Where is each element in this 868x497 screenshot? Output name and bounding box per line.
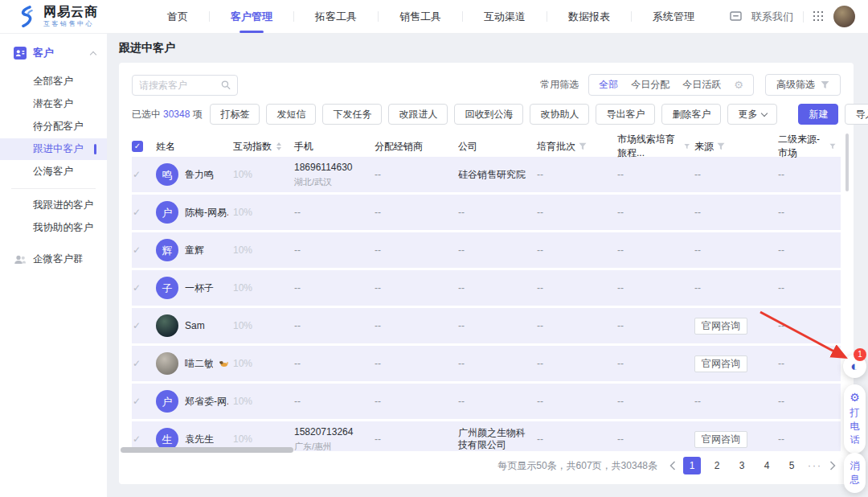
sidebar-item[interactable]: 公海客户	[0, 161, 107, 183]
sidebar-item-wework-groups[interactable]: 企微客户群	[0, 240, 107, 266]
column-label: 培育批次	[537, 140, 575, 154]
crm-app: { "theme": { "accent": "#5b5fe8", "badge…	[0, 0, 868, 497]
page-number-2[interactable]: 2	[708, 457, 726, 474]
chat-icon[interactable]	[730, 11, 742, 23]
journey-cell: --	[617, 282, 694, 294]
row-checkbox[interactable]: ✓	[132, 320, 141, 331]
toolbar-action-button[interactable]: 改协助人	[530, 104, 589, 125]
row-checkbox[interactable]: ✓	[132, 358, 141, 369]
contact-us-link[interactable]: 联系我们	[751, 10, 793, 24]
table-row[interactable]: ✓户郑省委-网...10%--------------	[132, 384, 841, 419]
company-cell: --	[458, 282, 537, 294]
toolbar-action-button[interactable]: 发短信	[266, 104, 316, 125]
column-header: 培育批次	[537, 140, 617, 154]
sidebar-item[interactable]: 跟进中客户	[0, 138, 107, 160]
column-header: 市场线索培育旅程...	[617, 133, 694, 160]
toolbar-action-button[interactable]: 删除客户	[661, 104, 721, 125]
toolbar-action-button[interactable]: 下发任务	[322, 104, 382, 125]
advanced-filter-button[interactable]: 高级筛选	[765, 74, 841, 96]
journey-cell: --	[617, 358, 694, 370]
nav-item-4[interactable]: 销售工具	[379, 0, 462, 33]
customer-name[interactable]: 陈梅-网易...	[185, 207, 228, 219]
horizontal-scrollbar[interactable]	[121, 447, 293, 453]
source-tag: 官网咨询	[694, 431, 747, 448]
table-body: ✓鸣鲁力鸣10%18696114630湖北/武汉--硅谷销售研究院-------…	[132, 157, 841, 451]
filter-funnel-icon[interactable]	[829, 142, 836, 150]
table-header: ✓姓名互动指数手机分配经销商公司培育批次市场线索培育旅程...来源二级来源-市场	[132, 133, 841, 157]
customer-name[interactable]: 一杯子	[185, 282, 214, 294]
vertical-scrollbar[interactable]	[845, 133, 849, 191]
row-checkbox[interactable]: ✓	[132, 244, 141, 256]
journey-cell: --	[617, 169, 694, 181]
row-checkbox[interactable]: ✓	[132, 207, 141, 218]
call-settings-icon: ⚙	[850, 391, 860, 404]
sidebar-group-customers[interactable]: 客户	[0, 34, 107, 70]
source-cell: --	[694, 207, 778, 219]
more-button[interactable]: 更多	[727, 104, 777, 125]
customer-name[interactable]: Sam	[185, 320, 205, 332]
sort-icon[interactable]	[276, 142, 281, 150]
more-label: 更多	[738, 108, 757, 121]
row-checkbox[interactable]: ✓	[132, 169, 141, 180]
more-pages-button[interactable]: ···	[808, 460, 822, 471]
customer-name[interactable]: 鲁力鸣	[185, 169, 214, 181]
toolbar-action-button[interactable]: 改跟进人	[388, 104, 448, 125]
toolbar-action-button[interactable]: 打标签	[210, 104, 260, 125]
select-all-checkbox[interactable]: ✓	[132, 141, 143, 152]
nav-item-6[interactable]: 数据报表	[547, 0, 631, 33]
search-input[interactable]	[139, 80, 221, 91]
quick-filter[interactable]: 今日分配	[631, 78, 669, 92]
page-number-3[interactable]: 3	[733, 457, 751, 474]
contrast-icon: ◐	[850, 359, 858, 373]
apps-grid-icon[interactable]	[813, 11, 824, 22]
nav-item-1[interactable]: 首页	[146, 0, 209, 33]
messages-button[interactable]: 消息	[844, 453, 866, 493]
search-icon[interactable]	[221, 80, 231, 90]
row-checkbox[interactable]: ✓	[132, 396, 141, 407]
toolbar-action-button[interactable]: 导出客户	[596, 104, 655, 125]
table-row[interactable]: ✓喵二敏爷10%----------官网咨询--	[132, 346, 841, 381]
filter-funnel-icon[interactable]	[684, 142, 690, 150]
row-checkbox[interactable]: ✓	[132, 433, 141, 445]
customer-name[interactable]: 郑省委-网...	[185, 396, 228, 408]
sidebar-item[interactable]: 潜在客户	[0, 93, 107, 115]
sidebar-item[interactable]: 我协助的客户	[0, 217, 107, 239]
quick-filter-settings-icon[interactable]: ⚙	[734, 79, 743, 91]
page-number-1[interactable]: 1	[683, 457, 701, 474]
nav-item-label: 互动渠道	[484, 10, 526, 24]
customer-table: ✓姓名互动指数手机分配经销商公司培育批次市场线索培育旅程...来源二级来源-市场…	[119, 133, 854, 451]
avatar: 户	[156, 390, 178, 413]
toolbar-action-button[interactable]: 回收到公海	[454, 104, 523, 125]
nav-item-3[interactable]: 拓客工具	[294, 0, 378, 33]
customer-name[interactable]: 童辉	[185, 244, 204, 257]
prev-page-button[interactable]	[669, 461, 676, 470]
filter-funnel-icon[interactable]	[579, 142, 587, 150]
filter-funnel-icon[interactable]	[717, 142, 725, 150]
import-button[interactable]: 导入	[845, 104, 868, 125]
create-button[interactable]: 新建	[798, 104, 838, 125]
user-avatar[interactable]	[833, 6, 855, 27]
sidebar-item[interactable]: 待分配客户	[0, 116, 107, 138]
quick-filter[interactable]: 今日活跃	[682, 78, 721, 92]
table-row[interactable]: ✓户陈梅-网易...10%--------------	[132, 195, 841, 230]
table-row[interactable]: ✓辉童辉10%--------------	[132, 232, 841, 268]
customer-name[interactable]: 袁先生	[185, 433, 214, 446]
nav-item-2[interactable]: 客户管理	[210, 0, 293, 33]
table-row[interactable]: ✓鸣鲁力鸣10%18696114630湖北/武汉--硅谷销售研究院-------…	[132, 157, 841, 192]
main-area: 跟进中客户 常用筛选 全部今日分配今日活跃⚙ 高级筛选	[107, 34, 868, 497]
customer-name[interactable]: 喵二敏爷	[185, 358, 213, 370]
nav-item-5[interactable]: 互动渠道	[463, 0, 547, 33]
source-cell: 官网咨询	[694, 318, 778, 335]
nav-item-7[interactable]: 系统管理	[632, 0, 715, 33]
column-label: 互动指数	[233, 140, 272, 154]
page-number-5[interactable]: 5	[783, 457, 800, 474]
table-row[interactable]: ✓子一杯子10%--------------	[132, 270, 841, 306]
sidebar-item[interactable]: 我跟进的客户	[0, 195, 107, 216]
next-page-button[interactable]	[829, 461, 836, 470]
quick-filter[interactable]: 全部	[599, 78, 618, 92]
table-row[interactable]: ✓Sam10%----------官网咨询--	[132, 308, 841, 343]
sidebar-item[interactable]: 全部客户	[0, 71, 107, 92]
page-number-4[interactable]: 4	[758, 457, 776, 474]
row-checkbox[interactable]: ✓	[132, 282, 141, 294]
make-call-button[interactable]: ⚙ 打电话	[844, 384, 866, 454]
